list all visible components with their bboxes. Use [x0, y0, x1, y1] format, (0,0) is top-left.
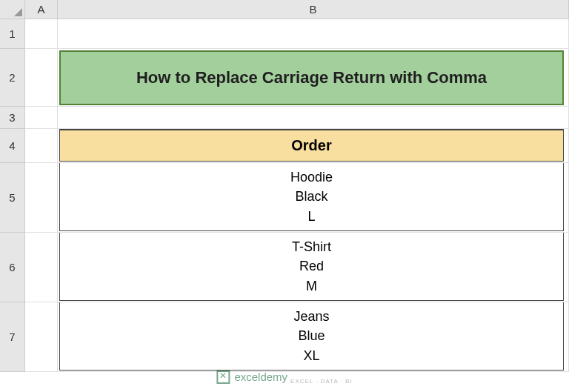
cell-b5[interactable]: Hoodie Black L [58, 163, 569, 233]
row-header-5[interactable]: 5 [0, 163, 25, 233]
order-size: L [307, 207, 315, 226]
order-color: Red [299, 256, 324, 276]
cell-b6[interactable]: T-Shirt Red M [58, 233, 569, 302]
row-header-6[interactable]: 6 [0, 233, 25, 302]
cell-a7[interactable] [25, 302, 58, 372]
order-color: Blue [298, 326, 325, 345]
order-color: Black [295, 187, 327, 206]
order-product: T-Shirt [292, 237, 331, 256]
row-header-1[interactable]: 1 [0, 19, 25, 49]
cell-b3[interactable] [58, 107, 569, 129]
column-header-b[interactable]: B [58, 0, 569, 19]
cell-a5[interactable] [25, 163, 58, 233]
row-header-3[interactable]: 3 [0, 107, 25, 129]
order-product: Jeans [293, 307, 329, 326]
cell-a1[interactable] [25, 19, 58, 49]
table-row: Hoodie Black L [59, 163, 564, 231]
watermark-brand: exceldemy [234, 371, 287, 383]
select-all-corner[interactable] [0, 0, 25, 19]
row-header-4[interactable]: 4 [0, 129, 25, 163]
cell-b7[interactable]: Jeans Blue XL [58, 302, 569, 372]
row-header-7[interactable]: 7 [0, 302, 25, 372]
order-size: XL [303, 346, 319, 365]
watermark-tagline: EXCEL · DATA · BI [290, 378, 353, 385]
row-header-2[interactable]: 2 [0, 49, 25, 107]
excel-icon [216, 371, 230, 384]
cell-a2[interactable] [25, 49, 58, 107]
cell-a6[interactable] [25, 233, 58, 302]
cell-b2[interactable]: How to Replace Carriage Return with Comm… [58, 49, 569, 107]
table-header: Order [59, 129, 564, 162]
order-product: Hoodie [290, 167, 333, 187]
cell-a3[interactable] [25, 107, 58, 129]
table-row: T-Shirt Red M [59, 233, 564, 301]
column-header-a[interactable]: A [25, 0, 58, 19]
sheet-title: How to Replace Carriage Return with Comm… [59, 50, 564, 105]
cell-b4[interactable]: Order [58, 129, 569, 163]
order-size: M [306, 276, 317, 296]
table-row: Jeans Blue XL [59, 302, 564, 371]
cell-b1[interactable] [58, 19, 569, 49]
cell-a4[interactable] [25, 129, 58, 163]
